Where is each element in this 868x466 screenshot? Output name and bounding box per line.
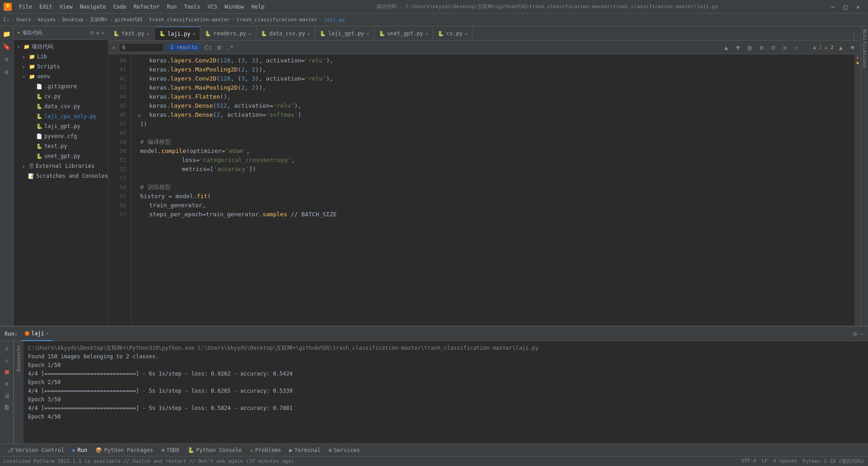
notifications-label[interactable]: Notifications	[861, 26, 868, 71]
btn-python-console[interactable]: 🐍 Python Console	[184, 444, 245, 456]
tree-icon-2[interactable]: ⊕	[96, 30, 99, 36]
tree-datacsv[interactable]: 🐍 data_csv.py	[14, 101, 108, 111]
errors-nav-up[interactable]: ▲	[836, 43, 845, 52]
run-settings[interactable]: ⚙	[853, 330, 857, 338]
btn-todo[interactable]: ≡ TODO	[158, 444, 183, 456]
run-out-8: Epoch 4/50	[28, 413, 863, 421]
maximize-button[interactable]: □	[839, 0, 852, 14]
menu-help[interactable]: Help	[248, 0, 268, 14]
menu-view[interactable]: View	[56, 0, 76, 14]
search-match-case[interactable]: Cc	[204, 43, 213, 52]
menu-edit[interactable]: Edit	[36, 0, 56, 14]
menu-window[interactable]: Window	[221, 0, 248, 14]
status-encoding[interactable]: UTF-8	[741, 458, 756, 465]
terminal-icon: ▶	[289, 447, 292, 453]
search-wrap[interactable]: ⊟	[769, 43, 778, 52]
search-prev[interactable]: ▲	[722, 43, 731, 52]
tab-lajigpt[interactable]: 🐍 laji_gpt.py ✕	[315, 27, 374, 40]
tree-scripts[interactable]: ▸ 📁 Scripts	[14, 62, 108, 71]
menu-code[interactable]: Code	[110, 0, 130, 14]
tree-laji-cpu[interactable]: 🐍 laji_cpu_only.py	[14, 111, 108, 121]
tree-venv[interactable]: ▾ 📁 venv	[14, 71, 108, 81]
search-multiline[interactable]: ⊞	[757, 43, 766, 52]
code-content[interactable]: keras.layers.Conv2D(128, (3, 3), activat…	[131, 54, 854, 326]
run-btn-list[interactable]: ≡	[1, 378, 12, 389]
search-whole-word[interactable]: W	[215, 43, 224, 52]
btn-problems[interactable]: ⚠ Problems	[246, 444, 285, 456]
tab-datacsv[interactable]: 🐍 data_csv.py ✕	[256, 27, 316, 40]
tab-test[interactable]: 🐍 test.py ✕	[108, 27, 155, 40]
tabs-overflow[interactable]: ⋮	[851, 33, 861, 40]
run-minimize[interactable]: −	[860, 330, 863, 338]
menu-refactor[interactable]: Refactor	[130, 0, 163, 14]
btn-python-packages[interactable]: 📦 Python Packages	[92, 444, 156, 456]
tree-scratches[interactable]: 📝 Scratches and Consoles	[14, 171, 108, 181]
tree-unet[interactable]: 🐍 unet_gpt.py	[14, 151, 108, 161]
tree-lib[interactable]: ▸ 📁 Lib	[14, 52, 108, 62]
search-filter[interactable]: ▿	[792, 43, 801, 52]
tab-cv[interactable]: 🐍 cv.py ✕	[433, 27, 472, 40]
project-arrow[interactable]: ▾	[17, 30, 20, 36]
status-language[interactable]: Python 3.10 (项目代码)	[802, 458, 864, 465]
menu-navigate[interactable]: Navigate	[76, 0, 110, 14]
btn-terminal[interactable]: ▶ Terminal	[286, 444, 324, 456]
tree-laji-gpt[interactable]: 🐍 laji_gpt.py	[14, 121, 108, 131]
errors-nav-down[interactable]: ▼	[848, 43, 857, 52]
run-output: C:\Users\kkyyds\Desktop\互联网+\Python310\p…	[24, 341, 868, 443]
menu-run[interactable]: Run	[163, 0, 180, 14]
tree-cv[interactable]: 🐍 cv.py	[14, 91, 108, 101]
run-tab-laji[interactable]: laji ✕	[21, 327, 52, 341]
status-line-ending[interactable]: LF	[762, 458, 768, 465]
file-tree: ▾ 项目代码 ⟳ ⊕ ✕ ▾ 📁 项目代码 ▸ 📁 Lib ▸ 📁 Sc	[14, 26, 108, 326]
filetree-header: ▾ 项目代码 ⟳ ⊕ ✕	[14, 26, 108, 40]
tree-icon-3[interactable]: ✕	[101, 30, 104, 36]
search-highlight[interactable]: ≡	[780, 43, 789, 52]
menu-file[interactable]: File	[15, 0, 36, 14]
tab-unetgpt[interactable]: 🐍 unet_gpt.py ✕	[374, 27, 434, 40]
run-tab-close[interactable]: ✕	[46, 331, 49, 336]
run-out-1: Found 150 images belonging to 2 classes.	[28, 352, 863, 361]
run-btn-restart[interactable]: ↺	[1, 343, 12, 354]
settings-icon[interactable]: ⚙	[1, 66, 13, 78]
tree-gitignore[interactable]: 📄 .gitignore	[14, 81, 108, 91]
tree-test[interactable]: 🐍 test.py	[14, 141, 108, 151]
btn-version-control[interactable]: ⎇ Version Control	[4, 444, 68, 456]
menu-vcs[interactable]: VCS	[204, 0, 221, 14]
search-close[interactable]: ✕	[112, 44, 115, 51]
bookmark-icon[interactable]: 🔖	[1, 41, 13, 52]
tab-readers[interactable]: 🐍 readers.py ✕	[200, 27, 256, 40]
run-btn-print[interactable]: 🖨	[1, 390, 12, 401]
run-header: Run: laji ✕ ⚙ −	[0, 327, 868, 341]
tree-icon-1[interactable]: ⟳	[90, 30, 94, 36]
tree-pyvenv[interactable]: 📄 pyvenv.cfg	[14, 131, 108, 141]
bookmarks-label[interactable]: Bookmarks	[16, 343, 22, 374]
search-regex[interactable]: .*	[226, 43, 235, 52]
run-indicator	[25, 331, 29, 336]
warning-icon: ⚠	[137, 110, 141, 119]
status-message: Localized PyCharm 2023.1.1 is available …	[4, 458, 741, 464]
error-count: ▲ 1	[813, 44, 822, 50]
todo-icon: ≡	[161, 447, 165, 453]
status-indent[interactable]: 4 spaces	[773, 458, 797, 465]
close-button[interactable]: ✕	[852, 0, 864, 14]
code-line-48	[137, 128, 854, 138]
filetree-content: ▾ 📁 项目代码 ▸ 📁 Lib ▸ 📁 Scripts ▾ 📁 venv	[14, 40, 108, 326]
run-btn-stop[interactable]: ⏹	[1, 366, 12, 377]
code-line-47: ])	[137, 119, 854, 128]
structure-icon[interactable]: ≡	[1, 53, 13, 65]
search-in-selection[interactable]: ▥	[745, 43, 754, 52]
minimize-button[interactable]: −	[826, 0, 839, 14]
menu-tools[interactable]: Tools	[180, 0, 204, 14]
run-btn-down[interactable]: ↓	[1, 355, 12, 366]
tree-external[interactable]: ▸ 🗄 External Libraries	[14, 161, 108, 171]
app-logo: 💡	[4, 3, 12, 11]
project-icon[interactable]: 📁	[1, 28, 13, 40]
tab-laji[interactable]: 🐍 laji.py ✕	[155, 27, 201, 40]
tree-root[interactable]: ▾ 📁 项目代码	[14, 42, 108, 52]
left-tool-icons: 📁 🔖 ≡ ⚙	[0, 26, 14, 326]
run-btn-trash[interactable]: 🗑	[1, 402, 12, 413]
search-next[interactable]: ▼	[733, 43, 742, 52]
btn-run[interactable]: ▶ Run	[69, 444, 91, 456]
search-input[interactable]	[119, 43, 164, 52]
btn-services[interactable]: ⚙ Services	[325, 444, 363, 456]
